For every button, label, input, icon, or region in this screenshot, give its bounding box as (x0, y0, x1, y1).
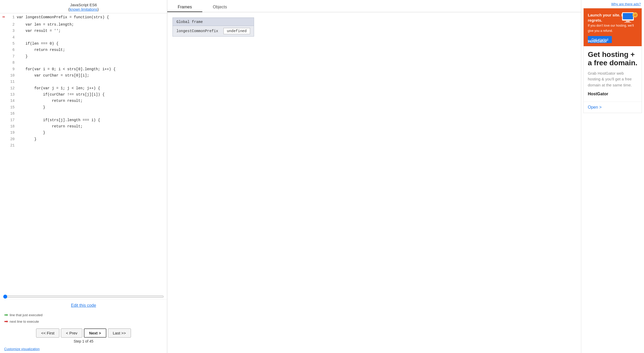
legend-green: ➡ line that just executed (4, 312, 163, 318)
line-code (16, 142, 167, 149)
code-header: JavaScript ES6 (known limitations) (0, 0, 167, 13)
legend-red: ➡ next line to execute (4, 319, 163, 324)
table-row: 18 return result; (0, 123, 167, 130)
line-number: 18 (7, 123, 16, 130)
ad-headline: Get hosting + a free domain. (588, 50, 637, 67)
table-row: 17 if(strs[j].length === i) { (0, 117, 167, 123)
table-row: 8 (0, 60, 167, 66)
legend-green-label: line that just executed (10, 313, 43, 317)
line-code: return result; (16, 123, 167, 130)
line-number: 20 (7, 136, 16, 142)
line-arrow (0, 79, 7, 85)
line-code (16, 79, 167, 85)
table-row: 7 } (0, 53, 167, 60)
line-number: 6 (7, 47, 16, 53)
customize-link[interactable]: Customize visualization (4, 347, 40, 351)
right-panel: Why are there ads? Launch your site. No … (581, 0, 644, 353)
why-ads-area: Why are there ads? (581, 0, 644, 7)
tab-objects[interactable]: Objects (202, 3, 237, 12)
ad-box: Launch your site. No regrets. If you don… (583, 8, 642, 113)
line-number: 15 (7, 104, 16, 110)
line-number: 7 (7, 53, 16, 60)
line-arrow (0, 142, 7, 149)
ad-subtext: Grab HostGator web hosting & you'll get … (588, 70, 637, 88)
table-row: ➡1var longestCommonPrefix = function(str… (0, 13, 167, 21)
line-arrow (0, 104, 7, 110)
code-table: ➡1var longestCommonPrefix = function(str… (0, 13, 167, 149)
line-code: if(len === 0) { (16, 40, 167, 47)
line-number: 21 (7, 142, 16, 149)
last-button[interactable]: Last >> (108, 328, 131, 338)
line-number: 11 (7, 79, 16, 85)
table-row: 21 (0, 142, 167, 149)
line-arrow (0, 21, 7, 28)
step-info: Step 1 of 45 (74, 339, 94, 343)
green-arrow-icon: ➡ (4, 312, 8, 318)
line-number: 13 (7, 91, 16, 98)
line-code (16, 34, 167, 40)
frame-var-value: undefined (223, 28, 250, 34)
tab-frames[interactable]: Frames (167, 3, 202, 12)
line-arrow (0, 53, 7, 60)
line-number: 9 (7, 66, 16, 72)
first-button[interactable]: << First (36, 328, 59, 338)
line-number: 4 (7, 34, 16, 40)
table-row: 2 var len = strs.length; (0, 21, 167, 28)
svg-rect-1 (623, 13, 633, 19)
edit-code-link[interactable]: Edit this code (71, 303, 96, 308)
table-row: 11 (0, 79, 167, 85)
line-number: 8 (7, 60, 16, 66)
svg-rect-2 (626, 21, 630, 22)
line-code: } (16, 130, 167, 136)
table-row: 9 for(var i = 0; i < strs[0].length; i++… (0, 66, 167, 72)
line-code: return result; (16, 98, 167, 104)
code-scrollbar[interactable] (0, 293, 167, 299)
line-number: 1 (7, 13, 16, 21)
legend-area: ➡ line that just executed ➡ next line to… (0, 310, 167, 326)
line-code: } (16, 104, 167, 110)
line-arrow: ➡ (0, 13, 7, 21)
table-row: 12 for(var j = 1; j < len; j++) { (0, 85, 167, 91)
next-button[interactable]: Next > (84, 328, 106, 338)
line-arrow (0, 85, 7, 91)
global-frame-box: Global frame longestCommonPrefix undefin… (172, 17, 254, 37)
table-row: 15 } (0, 104, 167, 110)
red-arrow-icon: ➡ (4, 319, 8, 324)
line-code: var curChar = strs[0][i]; (16, 72, 167, 79)
known-limitations-link[interactable]: known limitations (70, 7, 97, 11)
line-code (16, 60, 167, 66)
table-row: 16 (0, 110, 167, 117)
customize-link-area: Customize visualization (0, 346, 167, 353)
line-code: if(strs[j].length === i) { (16, 117, 167, 123)
line-number: 14 (7, 98, 16, 104)
left-panel: JavaScript ES6 (known limitations) ➡1var… (0, 0, 167, 353)
line-arrow (0, 117, 7, 123)
line-arrow (0, 91, 7, 98)
table-row: 13 if(curChar !== strs[j][i]) { (0, 91, 167, 98)
line-arrow (0, 72, 7, 79)
line-code (16, 110, 167, 117)
table-row: 3 var result = ''; (0, 28, 167, 34)
why-ads-link[interactable]: Why are there ads? (611, 2, 641, 6)
h-scroll-slider[interactable] (3, 295, 164, 298)
frame-var-name: longestCommonPrefix (176, 29, 223, 33)
line-arrow (0, 110, 7, 117)
table-row: 19 } (0, 130, 167, 136)
line-code: var result = ''; (16, 28, 167, 34)
line-number: 3 (7, 28, 16, 34)
ad-brand: HostGator (588, 92, 637, 96)
line-code: } (16, 53, 167, 60)
frame-variable-row: longestCommonPrefix undefined (173, 26, 254, 36)
ad-open-link[interactable]: Open > (588, 105, 602, 110)
svg-rect-3 (624, 22, 631, 23)
code-area[interactable]: ➡1var longestCommonPrefix = function(str… (0, 13, 167, 293)
code-title: JavaScript ES6 (70, 3, 97, 7)
line-arrow (0, 98, 7, 104)
prev-button[interactable]: < Prev (61, 328, 82, 338)
line-arrow (0, 130, 7, 136)
line-code: return result; (16, 47, 167, 53)
ad-banner: Launch your site. No regrets. If you don… (584, 8, 642, 46)
global-frame-header: Global frame (173, 18, 254, 26)
frames-content: Global frame longestCommonPrefix undefin… (167, 12, 581, 42)
edit-link-area: Edit this code (0, 299, 167, 310)
